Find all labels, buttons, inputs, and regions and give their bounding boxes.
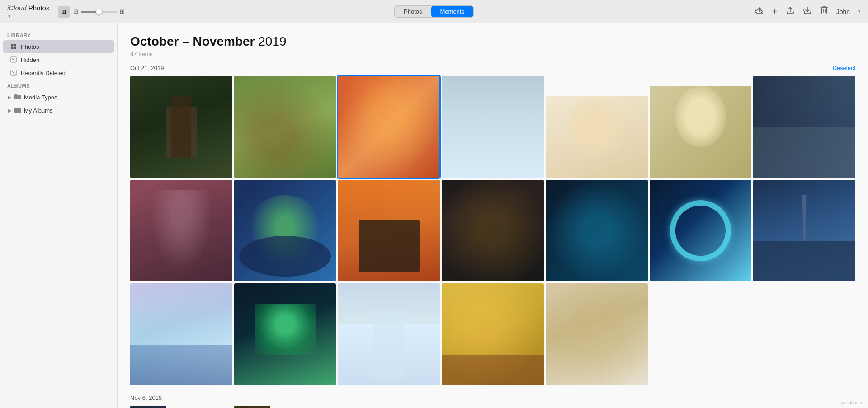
main-layout: Library Photos Hidden Recently Deleted A… [0, 23, 868, 408]
photo-cell-selected[interactable] [338, 76, 440, 178]
sidebar-item-recently-deleted[interactable]: Recently Deleted [3, 66, 114, 79]
photo-cell[interactable] [650, 180, 752, 282]
photo-cell[interactable] [546, 180, 648, 282]
sidebar-item-my-albums-label: My Albums [24, 107, 53, 114]
photo-cell[interactable] [130, 76, 232, 178]
add-icon[interactable]: + [772, 6, 778, 17]
upload-to-cloud-icon[interactable] [755, 6, 764, 17]
view-segment-control: Photos Moments [394, 5, 474, 18]
photo-cell[interactable] [753, 76, 855, 178]
photo-grid-nov6 [130, 406, 855, 408]
date-section-nov6: Nov 6, 2019 [130, 394, 855, 408]
hidden-icon [10, 56, 17, 63]
zoom-slider-thumb[interactable] [96, 9, 102, 15]
sidebar-item-hidden[interactable]: Hidden [3, 53, 114, 66]
photo-cell[interactable] [130, 180, 232, 282]
zoom-in-icon: ⊞ [120, 8, 125, 15]
sidebar-item-media-types[interactable]: ▶ Media Types [3, 91, 114, 103]
svg-rect-4 [14, 44, 17, 47]
svg-rect-5 [11, 47, 14, 50]
photo-cell[interactable] [338, 180, 440, 282]
svg-line-8 [12, 58, 15, 61]
photos-segment-btn[interactable]: Photos [395, 6, 431, 17]
photo-cell[interactable] [130, 406, 166, 408]
photo-cell[interactable] [234, 180, 336, 282]
my-albums-folder-icon [14, 107, 21, 114]
svg-rect-3 [11, 44, 14, 47]
content-header: October – November 2019 97 Items [130, 34, 855, 57]
photo-cell[interactable] [442, 283, 544, 385]
topbar-right: + John ▾ [743, 6, 861, 17]
albums-section-label: Albums [0, 80, 117, 90]
date-label-oct21: Oct 21, 2019 [130, 65, 164, 71]
photo-cell[interactable] [338, 283, 440, 385]
trash-icon[interactable] [820, 6, 828, 17]
svg-line-10 [12, 71, 15, 75]
sidebar-item-media-types-label: Media Types [24, 94, 57, 101]
photo-cell[interactable] [234, 76, 336, 178]
content-subtitle: 97 Items [130, 51, 855, 57]
deselect-button[interactable]: Deselect [832, 65, 855, 71]
sidebar: Library Photos Hidden Recently Deleted A… [0, 23, 118, 408]
date-section-oct21: Oct 21, 2019 Deselect [130, 65, 855, 385]
moments-segment-btn[interactable]: Moments [431, 6, 473, 17]
photo-cell[interactable] [650, 76, 752, 178]
photo-grid-oct21-row2 [130, 180, 855, 282]
sidebar-item-my-albums[interactable]: ▶ My Albums [3, 104, 114, 117]
top-bar: iCloud Photos ▾ ⊞ ⊟ ⊞ Photos Moments + [0, 0, 868, 23]
photos-icon [10, 43, 17, 50]
layout-toggle-icon[interactable]: ⊞ [58, 6, 70, 18]
zoom-out-icon: ⊟ [73, 8, 78, 15]
zoom-slider-area: ⊟ ⊞ [73, 8, 125, 15]
app-logo-area: iCloud Photos ▾ ⊞ ⊟ ⊞ [7, 4, 125, 19]
recently-deleted-icon [10, 69, 17, 76]
photo-cell[interactable] [130, 283, 232, 385]
library-section-label: Library [0, 29, 117, 40]
user-menu[interactable]: John [836, 8, 850, 15]
sidebar-item-hidden-label: Hidden [21, 56, 39, 63]
watermark: wsxdn.com [841, 400, 863, 405]
photo-cell[interactable] [442, 76, 544, 178]
media-types-folder-icon [14, 94, 21, 101]
photo-cell[interactable] [546, 283, 648, 385]
photo-cell[interactable] [442, 180, 544, 282]
date-section-oct21-header: Oct 21, 2019 Deselect [130, 65, 855, 71]
user-menu-chevron[interactable]: ▾ [858, 9, 861, 14]
photo-cell[interactable] [234, 406, 270, 408]
photo-grid-oct21 [130, 76, 855, 178]
date-label-nov6: Nov 6, 2019 [130, 394, 162, 401]
sidebar-item-recently-deleted-label: Recently Deleted [21, 70, 66, 76]
svg-rect-6 [14, 47, 17, 50]
photo-grid-oct21-row3 [130, 283, 855, 385]
sidebar-item-photos-label: Photos [21, 43, 39, 50]
photo-cell[interactable] [753, 180, 855, 282]
download-icon[interactable] [803, 6, 812, 17]
app-dropdown-icon[interactable]: ▾ [8, 14, 11, 19]
media-types-chevron-icon: ▶ [8, 95, 12, 100]
photo-cell[interactable] [234, 283, 336, 385]
zoom-slider[interactable] [81, 11, 117, 13]
photo-cell[interactable] [546, 76, 648, 178]
content-title: October – November 2019 [130, 34, 855, 49]
topbar-center: Photos Moments [125, 5, 743, 18]
content-area: October – November 2019 97 Items Oct 21,… [118, 23, 868, 408]
date-section-nov6-header: Nov 6, 2019 [130, 394, 855, 401]
sidebar-item-photos[interactable]: Photos [3, 40, 114, 53]
share-icon[interactable] [786, 6, 795, 17]
my-albums-chevron-icon: ▶ [8, 108, 12, 113]
app-logo: iCloud Photos ▾ [7, 4, 54, 19]
